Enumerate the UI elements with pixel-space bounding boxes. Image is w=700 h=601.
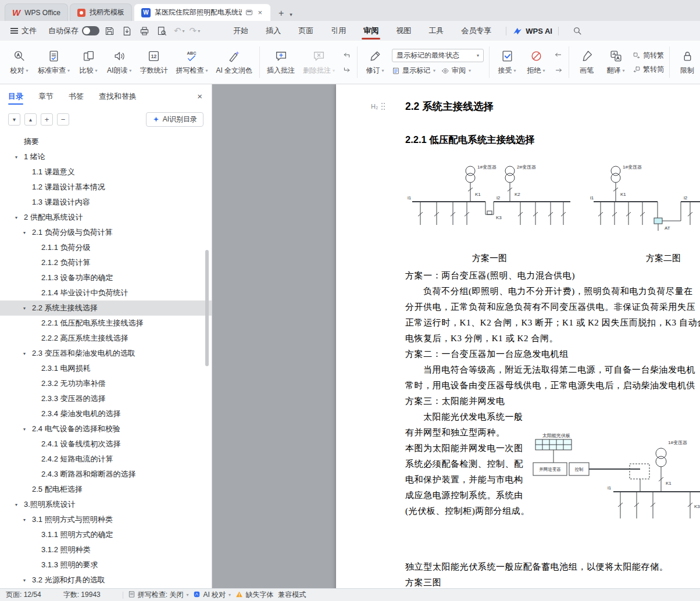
restrict-editing-button[interactable]: 限制 [673,46,700,78]
toc-item[interactable]: ▾ 2.3.2 无功功率补偿 [0,376,212,391]
save-button[interactable] [102,24,117,38]
doc-text-line[interactable]: 当用电符合等级高，附近无法取得第二电源，可自备一台柴油发电机 [405,362,700,378]
track-changes-button[interactable]: 修订▾ [360,46,390,78]
toc-item[interactable]: ▾ 2.1 负荷分级与负荷计算 [0,225,212,240]
toc-item[interactable]: ▾ 3.2 光源和灯具的选取 [0,573,212,588]
doc-text-line[interactable]: 正常运行时，K1、K2 合闸，K3 断开；K1 或 K2 因失压而脱扣，K3 自… [405,315,700,331]
doc-text-line[interactable]: 电恢复后，K3 分闸，K1 或 K2 合闸。 [405,331,700,346]
redo-button[interactable]: ↷ ▾ [190,26,201,36]
toc-item[interactable]: ▾ 2.2.2 高压系统主接线选择 [0,331,212,346]
expand-triangle-icon[interactable]: ▾ [23,427,32,432]
menu-tab[interactable]: 引用 [322,21,355,41]
doc-text-line[interactable]: 方案三：太阳能并网发电 [405,393,700,409]
toc-item[interactable]: ▾ 2.1.3 设备功率的确定 [0,270,212,285]
print-button[interactable] [137,24,152,38]
figure-scheme1[interactable]: 1#变压器 K1 2#变压器 K2 l1 l2 [405,161,574,264]
previous-change-button[interactable] [552,50,565,60]
figure-caption[interactable]: 方案一图 [405,252,574,264]
markup-state-select[interactable]: 显示标记的最终状态 ▾ [392,49,484,62]
expand-triangle-icon[interactable]: ▾ [15,155,24,160]
autosave-toggle[interactable] [82,26,99,35]
search-button[interactable] [573,26,583,36]
expand-triangle-icon[interactable]: ▾ [23,578,32,583]
traditional-to-simplified-button[interactable]: 繁转简 [633,65,664,74]
word-count-button[interactable]: 12 字数统计 [135,46,172,78]
word-count-indicator[interactable]: 字数: 19943 [63,590,101,600]
doc-text-line[interactable]: 太阳能光伏发电系统一般 [405,409,526,425]
expand-triangle-icon[interactable]: ▾ [23,351,32,356]
insert-comment-button[interactable]: 插入批注 [263,46,299,78]
toc-item[interactable]: ▾ 2.1.2 负荷计算 [0,255,212,270]
spell-check-status[interactable]: 拼写检查: 关闭 ▾ [128,590,189,600]
heading-level-marker[interactable]: H₂ [371,103,383,110]
spell-check-button[interactable]: ABC 拼写检查▾ [172,46,212,78]
sidebar-tab[interactable]: 书签 [69,84,84,109]
new-tab-button[interactable]: + [273,8,288,21]
figure-scheme3[interactable]: 太阳能光伏板 并网逆变器 控制 1#变压器 [526,409,700,559]
doc-text-line[interactable]: 方案三图 [405,575,700,588]
compatibility-mode-indicator[interactable]: 兼容模式 [278,590,306,600]
drag-handle-icon[interactable] [381,103,383,104]
toc-item[interactable]: ▾ 2.3.3 变压器的选择 [0,391,212,406]
translate-button[interactable]: 翻译▾ [601,46,630,78]
sidebar-tab[interactable]: 查找和替换 [99,84,137,109]
sidebar-scrollbar-thumb[interactable] [205,250,209,366]
toc-item[interactable]: ▾ 1.2 课题设计基本情况 [0,180,212,195]
accept-change-button[interactable]: 接受▾ [492,46,522,78]
doc-text-line[interactable]: 负荷不分组(即照明、电力不分开计费)，照明负荷和电力负荷尽量在 [405,284,700,299]
expand-triangle-icon[interactable]: ▾ [23,517,32,523]
figure-scheme2[interactable]: 1#变压器 K1 ~ l1 l2 [588,161,700,264]
sidebar-tab[interactable]: 章节 [38,84,53,109]
menu-tab[interactable]: 开始 [224,21,257,41]
ink-pen-button[interactable]: 画笔 [572,46,601,78]
document-page[interactable]: H₂ 2.2 系统主接线选择 2.2.1 低压配电系统主接线选择 1#变压器 K… [336,84,700,588]
toc-item[interactable]: ▾ 1.3 课题设计内容 [0,195,212,210]
toc-item[interactable]: ▾ 2.1.4 毕业设计中负荷统计 [0,285,212,300]
undo-caret-icon[interactable]: ▾ [183,28,185,34]
toc-item[interactable]: ▾ 2.5 配电柜选择 [0,482,212,497]
review-pane-button[interactable]: 审阅 ▾ [441,66,471,76]
compare-button[interactable]: 比较▾ [74,46,103,78]
collapse-all-button[interactable]: ▾ [8,113,20,126]
expand-triangle-icon[interactable]: ▾ [15,502,24,507]
doc-text-line[interactable]: 独立型太阳能光伏系统一般应配备蓄电池组，以便将太阳能存储。 [405,559,700,575]
close-tab-icon[interactable]: × [256,8,263,17]
menu-tab[interactable]: 插入 [257,21,290,41]
toc-item[interactable]: ▾ 3.1 照明方式与照明种类 [0,512,212,527]
next-change-button[interactable] [552,64,565,74]
autosave-control[interactable]: 自动保存 [48,26,99,36]
toc-item[interactable]: ▾ 2.4.2 短路电流的计算 [0,452,212,467]
expand-triangle-icon[interactable]: ▾ [23,230,32,235]
doc-heading-2-2-1[interactable]: 2.2.1 低压配电系统主接线选择 [405,133,700,146]
export-pdf-button[interactable] [119,24,134,38]
ai-proofread-status[interactable]: AI 校对 ▾ [193,590,231,600]
toc-item[interactable]: ▾ 2 供配电系统设计 [0,210,212,225]
toc-item[interactable]: ▾ 2.4.3 断路器和熔断器的选择 [0,467,212,482]
toc-item[interactable]: ▾ 3.1.2 照明种类 [0,542,212,557]
toc-item[interactable]: ▾ 1 绪论 [0,149,212,164]
doc-text-line[interactable]: 系统必须配备检测、控制、配 [405,456,526,472]
ai-recognize-toc-button[interactable]: AI识别目录 [146,112,203,127]
wps-ai-button[interactable]: WPS AI [512,26,552,36]
close-sidebar-icon[interactable]: × [197,91,202,101]
doc-text-line[interactable]: 成应急电源控制系统。系统由 [405,488,526,503]
show-markup-button[interactable]: 显示标记 ▾ [392,66,435,76]
page-indicator[interactable]: 页面: 12/54 [6,590,41,600]
doc-text-line[interactable]: 方案二：一台变压器加一台应急发电机组 [405,346,700,362]
menu-tab[interactable]: 会员专享 [452,21,500,41]
doc-text-line[interactable]: 电和保护装置，并能与市电构 [405,472,526,488]
doc-text-line[interactable]: 方案一：两台变压器(照明、电力混合供电) [405,268,700,284]
toc-item[interactable]: ▾ 2.4 电气设备的选择和校验 [0,421,212,437]
toc-item[interactable]: ▾ 2.3.4 柴油发电机的选择 [0,406,212,421]
toc-item[interactable]: ▾ 2.1.1 负荷分级 [0,240,212,255]
toc-item[interactable]: ▾ 1.1 课题意义 [0,164,212,180]
undo-button[interactable]: ↶ ▾ [174,26,185,36]
missing-font-warning[interactable]: 缺失字体 [235,590,273,600]
menu-tab[interactable]: 视图 [387,21,420,41]
tab-list-caret-icon[interactable]: ▾ [288,12,296,21]
sidebar-tab[interactable]: 目录 [8,84,23,109]
proofread-button[interactable]: 校对▾ [5,46,34,78]
standard-review-button[interactable]: 标准审查▾ [34,46,74,78]
file-menu-button[interactable]: 文件 [7,26,40,36]
doc-text-line[interactable]: 本图为太阳能并网发电一次图 [405,441,526,456]
